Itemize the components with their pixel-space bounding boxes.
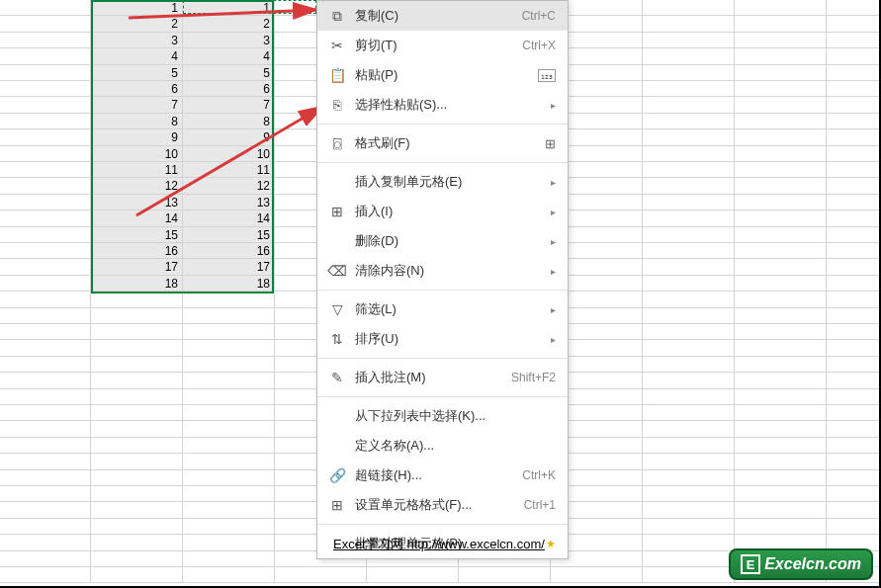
cell[interactable] xyxy=(643,276,735,292)
cell[interactable] xyxy=(827,438,881,454)
cell[interactable] xyxy=(735,259,827,275)
cell[interactable] xyxy=(91,292,183,307)
cell[interactable] xyxy=(735,519,827,535)
cell[interactable] xyxy=(183,324,275,340)
cell[interactable] xyxy=(0,567,91,583)
cell[interactable] xyxy=(643,146,735,162)
cell[interactable] xyxy=(91,470,183,486)
cell[interactable] xyxy=(91,567,183,583)
cell[interactable] xyxy=(643,421,735,437)
cell[interactable] xyxy=(643,340,735,356)
cell[interactable] xyxy=(91,438,183,454)
cell[interactable] xyxy=(0,0,91,16)
cell[interactable] xyxy=(91,454,183,469)
cell[interactable] xyxy=(0,33,91,48)
cell[interactable] xyxy=(643,567,735,583)
cell[interactable] xyxy=(735,178,827,194)
cell[interactable] xyxy=(735,454,827,469)
cell[interactable] xyxy=(827,324,881,340)
cell-value[interactable]: 11 xyxy=(91,162,183,178)
cell[interactable] xyxy=(735,502,827,518)
cell[interactable] xyxy=(643,97,735,113)
menu-copy[interactable]: ⧉ 复制(C) Ctrl+C xyxy=(317,1,568,31)
menu-insert-copied[interactable]: 插入复制单元格(E) ▸ xyxy=(317,167,568,197)
cell[interactable] xyxy=(0,292,91,307)
cell[interactable] xyxy=(735,340,827,356)
cell[interactable] xyxy=(735,146,827,162)
cell[interactable] xyxy=(643,129,735,145)
cell[interactable] xyxy=(827,405,881,421)
cell[interactable] xyxy=(735,470,827,486)
cell-value[interactable]: 16 xyxy=(183,243,275,259)
menu-dropdown-select[interactable]: 从下拉列表中选择(K)... xyxy=(317,401,568,431)
cell[interactable] xyxy=(643,454,735,469)
cell[interactable] xyxy=(735,114,827,129)
cell[interactable] xyxy=(0,519,91,535)
cell[interactable] xyxy=(827,227,881,243)
cell[interactable] xyxy=(183,519,275,535)
cell[interactable] xyxy=(91,357,183,373)
cell[interactable] xyxy=(643,48,735,64)
cell[interactable] xyxy=(827,340,881,356)
cell[interactable] xyxy=(0,162,91,178)
cell[interactable] xyxy=(91,324,183,340)
cell[interactable] xyxy=(275,567,367,583)
cell[interactable] xyxy=(183,405,275,421)
cell[interactable] xyxy=(735,162,827,178)
cell[interactable] xyxy=(0,210,91,226)
cell[interactable] xyxy=(643,308,735,324)
cell[interactable] xyxy=(183,340,275,356)
cell[interactable] xyxy=(827,454,881,469)
cell[interactable] xyxy=(643,470,735,486)
cell[interactable] xyxy=(643,162,735,178)
cell[interactable] xyxy=(0,308,91,324)
cell[interactable] xyxy=(0,389,91,405)
cell[interactable] xyxy=(643,502,735,518)
cell[interactable] xyxy=(827,210,881,226)
cell[interactable] xyxy=(0,551,91,567)
cell[interactable] xyxy=(643,292,735,307)
cell[interactable] xyxy=(827,129,881,145)
cell-value[interactable]: 9 xyxy=(91,129,183,145)
cell[interactable] xyxy=(0,373,91,388)
cell[interactable] xyxy=(827,0,881,16)
cell[interactable] xyxy=(183,567,275,583)
cell-value[interactable]: 6 xyxy=(91,81,183,97)
cell[interactable] xyxy=(735,33,827,48)
cell[interactable] xyxy=(183,292,275,307)
cell-value[interactable]: 16 xyxy=(91,243,183,259)
cell-value[interactable]: 2 xyxy=(91,16,183,32)
cell-value[interactable]: 14 xyxy=(183,210,275,226)
cell[interactable] xyxy=(643,114,735,129)
cell-value[interactable]: 14 xyxy=(91,210,183,226)
cell[interactable] xyxy=(827,259,881,275)
cell[interactable] xyxy=(735,276,827,292)
cell-value[interactable]: 1 xyxy=(91,0,183,16)
cell-value[interactable]: 1 xyxy=(183,0,275,16)
cell-value[interactable]: 9 xyxy=(183,129,275,145)
cell[interactable] xyxy=(0,502,91,518)
cell[interactable] xyxy=(735,438,827,454)
cell[interactable] xyxy=(827,146,881,162)
cell[interactable] xyxy=(735,308,827,324)
cell[interactable] xyxy=(735,486,827,502)
cell[interactable] xyxy=(0,178,91,194)
cell[interactable] xyxy=(735,373,827,388)
cell[interactable] xyxy=(0,535,91,550)
cell[interactable] xyxy=(827,114,881,129)
cell[interactable] xyxy=(0,227,91,243)
cell[interactable] xyxy=(643,210,735,226)
menu-sort[interactable]: ⇅ 排序(U) ▸ xyxy=(317,324,568,354)
cell[interactable] xyxy=(643,259,735,275)
cell[interactable] xyxy=(91,551,183,567)
cell[interactable] xyxy=(183,389,275,405)
cell[interactable] xyxy=(0,114,91,129)
cell[interactable] xyxy=(183,535,275,550)
cell[interactable] xyxy=(0,470,91,486)
cell[interactable] xyxy=(735,357,827,373)
cell[interactable] xyxy=(0,357,91,373)
cell[interactable] xyxy=(735,421,827,437)
cell-value[interactable]: 18 xyxy=(91,276,183,292)
cell[interactable] xyxy=(0,324,91,340)
cell-value[interactable]: 6 xyxy=(183,81,275,97)
